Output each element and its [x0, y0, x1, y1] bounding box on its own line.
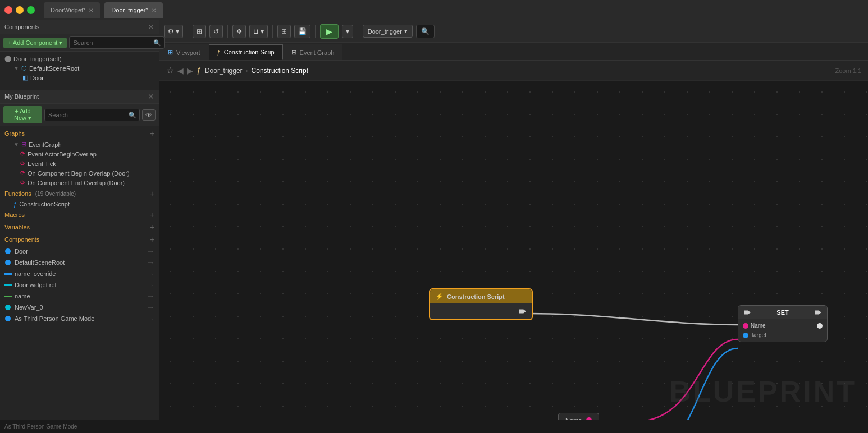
tree-item-root[interactable]: ⬤ Door_trigger(self) [0, 54, 159, 63]
variables-section: Variables + [0, 221, 159, 233]
add-component-bp-button[interactable]: + [150, 235, 154, 244]
set-exec-in-pin[interactable] [744, 309, 751, 316]
tree-door-label: Door [30, 75, 44, 81]
blueprint-tree: Graphs + ▼ ⊞ EventGraph ⟳ Event ActorBeg… [0, 126, 159, 420]
add-new-button[interactable]: + Add New ▾ [3, 106, 42, 123]
add-component-button[interactable]: + Add Component ▾ [3, 38, 67, 48]
var-door-widget-ref[interactable]: Door widget ref → [0, 279, 159, 291]
toolbar-search-button[interactable]: 🔍 [416, 25, 435, 38]
compile-button[interactable]: ⊞ [277, 25, 291, 38]
dropdown-arrow-icon: ▾ [404, 27, 408, 35]
breadcrumb-star-icon[interactable]: ☆ [166, 65, 174, 76]
set-node-title: SET [754, 309, 811, 316]
component-search-input[interactable] [69, 36, 165, 49]
tab-doortrigger-label: Door_trigger* [111, 7, 148, 13]
visibility-toggle-button[interactable]: 👁 [142, 109, 156, 121]
defaultscene-comp-arrow-icon: → [147, 258, 154, 267]
blueprint-search-input[interactable] [44, 109, 140, 121]
minimize-button[interactable] [16, 6, 24, 14]
var-as-third-person[interactable]: As Third Person Game Mode → [0, 313, 159, 324]
tab-construction-script[interactable]: ƒ Construction Scrip [209, 44, 283, 60]
door-widget-ref-icon [3, 282, 12, 288]
name-var-icon [3, 293, 12, 299]
bp-eventtick[interactable]: ⟳ Event Tick [0, 159, 159, 168]
close-button[interactable] [4, 6, 12, 14]
tree-item-door[interactable]: ◧ Door [18, 73, 159, 82]
add-function-button[interactable]: + [150, 189, 154, 198]
refresh-button[interactable]: ↺ [209, 25, 223, 38]
my-blueprint-header: My Blueprint ✕ [0, 90, 159, 104]
construction-func-label: ConstructionScript [19, 201, 70, 208]
construction-script-node[interactable]: ⚡ Construction Script [429, 288, 533, 320]
add-variable-button[interactable]: + [150, 223, 154, 232]
set-exec-out-pin[interactable] [815, 309, 821, 316]
tab-doortrigger-close[interactable]: ✕ [152, 7, 156, 13]
status-text: As Third Person Game Mode [4, 423, 77, 430]
add-graph-button[interactable]: + [150, 129, 154, 138]
connections-svg [159, 81, 868, 420]
name-node-out-pin[interactable] [586, 417, 592, 420]
save-button[interactable]: 💾 [294, 25, 310, 38]
toolbar: ⚙ ▾ ⊞ ↺ ✥ ⊔ ▾ ⊞ 💾 ▶ ▾ Door_trigger ▾ 🔍 [159, 20, 868, 43]
door-icon: ◧ [22, 74, 28, 81]
set-node-header: SET [738, 306, 827, 319]
canvas-area[interactable]: ⚡ Construction Script SET [159, 81, 868, 420]
components-title: Components [4, 24, 39, 30]
breadcrumb-forward-icon[interactable]: ▶ [187, 66, 193, 75]
bp-beginoverlap[interactable]: ⟳ On Component Begin Overlap (Door) [0, 168, 159, 178]
tab-event-graph[interactable]: ⊞ Event Graph [283, 44, 343, 60]
name-node[interactable]: Name [558, 413, 599, 420]
door-widget-ref-label: Door widget ref [15, 282, 57, 288]
settings-button[interactable]: ⚙ ▾ [164, 25, 183, 38]
construction-func-icon: ƒ [13, 201, 17, 208]
functions-section: Functions (19 Overridable) + [0, 187, 159, 200]
connect-button[interactable]: ⊔ ▾ [249, 25, 267, 38]
name-node-label: Name [565, 417, 582, 420]
var-name-override[interactable]: name_override → [0, 268, 159, 279]
components-close-icon[interactable]: ✕ [148, 22, 154, 31]
add-new-bar: + Add New ▾ 🔍 👁 [0, 104, 159, 126]
set-node[interactable]: SET Name Target [738, 305, 828, 342]
third-person-label: As Third Person Game Mode [15, 315, 94, 322]
toolbar-sep-5 [358, 25, 358, 38]
set-name-pin[interactable] [743, 323, 748, 329]
var-door-comp[interactable]: Door → [0, 246, 159, 257]
play-dropdown-button[interactable]: ▾ [342, 25, 353, 38]
set-name-out-pin[interactable] [817, 323, 823, 329]
construction-tab-label: Construction Scrip [224, 49, 275, 56]
bp-actoroverlap[interactable]: ⟳ Event ActorBeginOverlap [0, 149, 159, 159]
tab-doortrigger[interactable]: Door_trigger* ✕ [104, 2, 162, 18]
tree-item-defaultsceneroot[interactable]: ▼ ⬡ DefaultSceneRoot [9, 63, 159, 73]
play-button[interactable]: ▶ [320, 24, 339, 39]
var-defaultscene-comp[interactable]: DefaultSceneRoot → [0, 257, 159, 268]
add-macro-button[interactable]: + [150, 210, 154, 219]
newvar0-icon [3, 305, 12, 310]
var-newvar0[interactable]: NewVar_0 → [0, 302, 159, 313]
move-button[interactable]: ✥ [232, 25, 246, 38]
tab-doorwidget[interactable]: DoorWidget* ✕ [44, 2, 100, 18]
breadcrumb-back-icon[interactable]: ◀ [177, 66, 184, 75]
name-var-arrow-icon: → [147, 292, 154, 301]
traffic-lights [4, 6, 35, 14]
toolbar-sep-4 [315, 25, 316, 38]
set-name-pin-label: Name [751, 323, 766, 329]
blueprint-dropdown[interactable]: Door_trigger ▾ [363, 25, 413, 38]
bp-constructionscript[interactable]: ƒ ConstructionScript [0, 200, 159, 209]
set-target-pin[interactable] [743, 333, 748, 338]
root-dot: ⬤ [4, 55, 11, 62]
var-name[interactable]: name → [0, 291, 159, 302]
tab-viewport[interactable]: ⊞ Viewport [159, 44, 209, 60]
tab-doorwidget-close[interactable]: ✕ [89, 7, 93, 13]
bp-endoverlap[interactable]: ⟳ On Component End Overlap (Door) [0, 178, 159, 187]
name-override-arrow-icon: → [147, 269, 154, 278]
viewport-tab-icon: ⊞ [168, 49, 173, 56]
breadcrumb-bar: ☆ ◀ ▶ ƒ Door_trigger › Construction Scri… [159, 61, 868, 81]
tree-root-label: Door_trigger(self) [13, 56, 62, 62]
maximize-button[interactable] [27, 6, 35, 14]
my-blueprint-close-icon[interactable]: ✕ [148, 92, 154, 101]
construction-exec-out-row [436, 307, 526, 316]
construction-exec-out-pin[interactable] [519, 308, 526, 315]
grid-button[interactable]: ⊞ [193, 25, 206, 38]
bp-eventgraph[interactable]: ▼ ⊞ EventGraph [0, 140, 159, 149]
end-overlap-label: On Component End Overlap (Door) [28, 179, 125, 186]
